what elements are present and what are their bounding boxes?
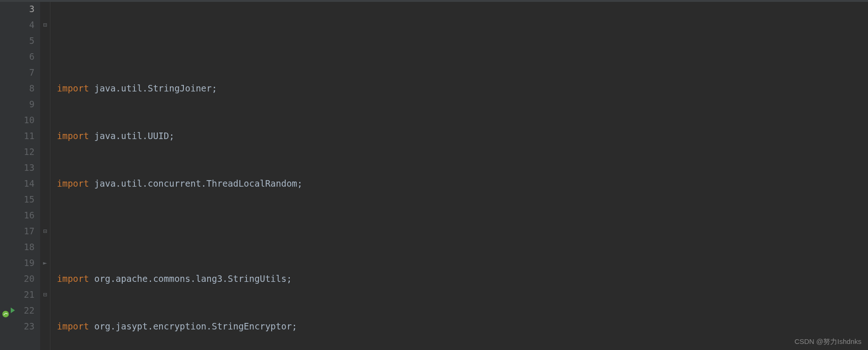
- code-line-3[interactable]: [57, 33, 868, 49]
- line-number[interactable]: 6: [17, 49, 35, 64]
- fold-gutter: ⊟ ⊟ ► ⊟: [40, 0, 50, 350]
- code-line-9[interactable]: import org.jasypt.encryption.StringEncry…: [57, 318, 868, 334]
- line-number[interactable]: 7: [17, 64, 35, 80]
- line-number[interactable]: 22: [17, 302, 35, 318]
- code-line-6[interactable]: import java.util.concurrent.ThreadLocalR…: [57, 175, 868, 191]
- code-line-5[interactable]: import java.util.UUID;: [57, 128, 868, 144]
- line-number[interactable]: 12: [17, 144, 35, 160]
- line-number[interactable]: 9: [17, 96, 35, 112]
- code-line-8[interactable]: import org.apache.commons.lang3.StringUt…: [57, 271, 868, 287]
- fold-toggle-icon[interactable]: ⊟: [40, 287, 50, 302]
- line-number[interactable]: 23: [17, 318, 35, 334]
- line-number[interactable]: 17: [17, 223, 35, 239]
- run-icon[interactable]: [11, 308, 15, 313]
- line-number[interactable]: 20: [17, 271, 35, 287]
- spring-icon[interactable]: [2, 307, 9, 314]
- line-number[interactable]: 11: [17, 128, 35, 144]
- line-number[interactable]: 8: [17, 80, 35, 96]
- fold-toggle-icon[interactable]: ⊟: [40, 223, 50, 239]
- code-line-4[interactable]: import java.util.StringJoiner;: [57, 80, 868, 96]
- fold-toggle-icon[interactable]: ⊟: [40, 17, 50, 33]
- line-number[interactable]: 15: [17, 191, 35, 207]
- line-number[interactable]: 13: [17, 160, 35, 175]
- line-number[interactable]: 18: [17, 239, 35, 255]
- line-number[interactable]: 3: [17, 1, 35, 17]
- line-number[interactable]: 21: [17, 287, 35, 302]
- line-number[interactable]: 10: [17, 112, 35, 128]
- code-line-7[interactable]: [57, 223, 868, 239]
- top-divider: [0, 0, 868, 2]
- line-number[interactable]: 16: [17, 207, 35, 223]
- line-number[interactable]: 14: [17, 175, 35, 191]
- line-number[interactable]: 19: [17, 255, 35, 271]
- watermark: CSDN @努力Ishdnks: [794, 337, 861, 346]
- icon-gutter: [0, 0, 17, 350]
- svg-point-0: [2, 311, 9, 317]
- line-number-gutter: 3 4 5 6 7 8 9 10 11 12 13 14 15 16 17 18…: [17, 0, 40, 350]
- code-editor: 3 4 5 6 7 8 9 10 11 12 13 14 15 16 17 18…: [0, 0, 868, 350]
- fold-toggle-icon[interactable]: ►: [40, 255, 50, 271]
- line-22-icons[interactable]: [0, 302, 17, 318]
- line-number[interactable]: 4: [17, 17, 35, 33]
- code-area[interactable]: import java.util.StringJoiner; import ja…: [50, 0, 868, 350]
- line-number[interactable]: 5: [17, 33, 35, 49]
